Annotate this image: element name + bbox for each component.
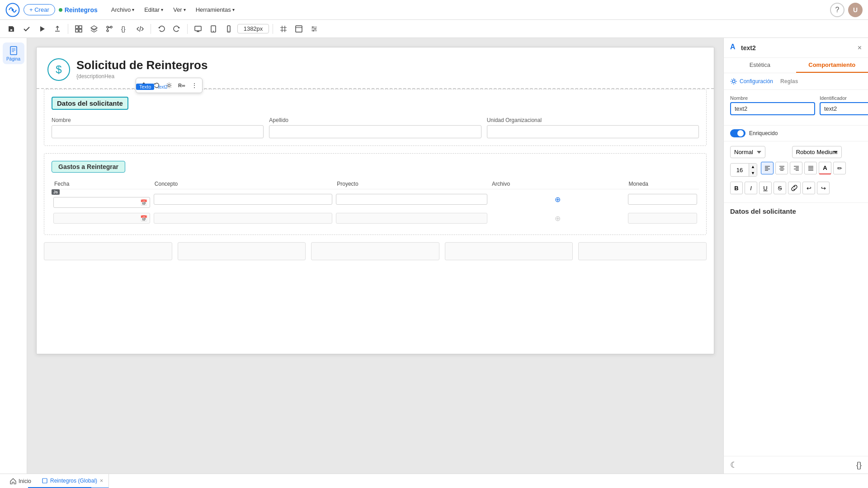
status-dot <box>59 8 62 12</box>
svg-point-17 <box>312 26 314 28</box>
undo-button[interactable] <box>155 22 168 36</box>
help-button[interactable]: ? <box>830 3 844 17</box>
svg-text:A: A <box>730 43 736 51</box>
panel-form: Nombre Identificador <box>724 90 868 126</box>
fecha-2-input[interactable] <box>53 213 150 224</box>
viewport-width: 1382px <box>237 24 269 33</box>
tab-comportamiento[interactable]: Comportamiento <box>796 58 868 73</box>
sliders-button[interactable] <box>307 22 321 36</box>
col-archivo: Archivo <box>489 179 626 189</box>
cell-proyecto-1 <box>334 189 489 210</box>
bottom-empty-row <box>44 242 707 260</box>
proyecto-1-input[interactable] <box>336 194 487 205</box>
font-size-input[interactable]: 16 <box>731 164 749 176</box>
nombre-input[interactable] <box>52 125 264 138</box>
concepto-2-input[interactable] <box>154 213 332 224</box>
js-badge: Js <box>52 189 60 195</box>
desktop-view-button[interactable] <box>191 22 205 36</box>
code-mode-icon[interactable]: {} <box>856 460 862 470</box>
code-button[interactable] <box>133 22 147 36</box>
font-family-container: Roboto Medium Roboto Arial Open Sans <box>792 146 862 158</box>
text-element-datos[interactable]: Datos del solicitante <box>52 97 128 110</box>
subtab-configuracion[interactable]: Configuración <box>730 78 773 85</box>
panel-close-button[interactable]: × <box>858 44 862 52</box>
underline-btn[interactable]: U <box>759 182 772 194</box>
font-size-up[interactable]: ▲ <box>749 164 757 170</box>
svg-rect-5 <box>75 29 78 32</box>
bold-btn[interactable]: B <box>730 182 743 194</box>
menu-herramientas[interactable]: Herramientas <box>191 5 239 15</box>
app-logo[interactable] <box>5 3 20 17</box>
align-left-btn[interactable] <box>761 162 774 174</box>
redo-button[interactable] <box>170 22 184 36</box>
align-right-btn[interactable] <box>790 162 802 174</box>
window-button[interactable] <box>292 22 306 36</box>
calendar-icon-1: 📅 <box>140 199 147 206</box>
col-concepto: Concepto <box>152 179 334 189</box>
fecha-1-input[interactable] <box>53 197 150 208</box>
text-color-btn[interactable]: A <box>819 162 831 174</box>
align-justify-btn[interactable] <box>804 162 817 174</box>
highlight-btn[interactable]: ✏ <box>833 162 846 174</box>
link-btn[interactable] <box>788 182 801 194</box>
enriquecido-toggle[interactable] <box>730 129 745 137</box>
unidad-input[interactable] <box>487 125 699 138</box>
expense-table: Fecha Concepto Proyecto Archivo Moneda J… <box>52 179 699 227</box>
svg-marker-2 <box>40 26 45 32</box>
components-button[interactable] <box>72 22 85 36</box>
tablet-view-button[interactable] <box>207 22 220 36</box>
moneda-2-input[interactable] <box>628 213 697 224</box>
svg-point-18 <box>315 28 316 29</box>
user-avatar[interactable]: U <box>848 3 863 17</box>
menu-editar[interactable]: Editar <box>140 5 168 15</box>
grid-button[interactable] <box>277 22 290 36</box>
text-undo-btn[interactable]: ↩ <box>802 182 815 194</box>
app-name-display: Reintegros <box>59 6 98 14</box>
play-button[interactable] <box>35 22 49 36</box>
strike-btn[interactable]: S <box>774 182 786 194</box>
more-button[interactable]: ⋮ <box>189 80 200 91</box>
layers-button[interactable] <box>87 22 101 36</box>
expense-row-2: 📅 ⊕ <box>52 209 699 227</box>
text-preview-content: Datos del solicitante <box>730 207 796 215</box>
cell-archivo-2: ⊕ <box>489 209 626 227</box>
svg-point-19 <box>313 30 314 31</box>
canvas-area[interactable]: R∞ ⋮ Texto text2 $ Solicitud de Reintegr… <box>27 38 723 474</box>
font-size-down[interactable]: ▼ <box>749 170 757 176</box>
identificador-input[interactable] <box>820 102 868 115</box>
svg-point-9 <box>107 30 108 32</box>
branches-button[interactable] <box>103 22 116 36</box>
moon-icon[interactable]: ☾ <box>730 460 737 470</box>
subtab-reglas[interactable]: Reglas <box>780 78 798 84</box>
create-button[interactable]: + Crear <box>24 4 55 15</box>
font-family-select[interactable]: Roboto Medium Roboto Arial Open Sans <box>792 146 842 158</box>
upload-icon-1[interactable]: ⊕ <box>555 196 561 203</box>
bottom-cell-2 <box>178 242 306 260</box>
font-style-select[interactable]: Normal Heading 1 Heading 2 Heading 3 Cap… <box>730 146 765 158</box>
logic-button[interactable]: {} <box>118 22 132 36</box>
svg-rect-16 <box>296 26 302 32</box>
upload-icon-2[interactable]: ⊕ <box>555 215 561 222</box>
concepto-1-input[interactable] <box>154 194 332 205</box>
menu-archivo[interactable]: Archivo <box>107 5 139 15</box>
responsive-button[interactable]: R∞ <box>176 80 188 91</box>
menu-ver[interactable]: Ver <box>169 5 190 15</box>
align-center-btn[interactable] <box>775 162 788 174</box>
tab-estetica[interactable]: Estética <box>724 58 796 73</box>
proyecto-2-input[interactable] <box>336 213 487 224</box>
cell-fecha-2: 📅 <box>52 209 152 227</box>
check-button[interactable] <box>20 22 33 36</box>
sidebar-item-page[interactable]: Página <box>3 42 24 64</box>
nombre-panel-input[interactable] <box>730 102 815 115</box>
moneda-1-input[interactable] <box>628 194 697 205</box>
cell-moneda-2 <box>626 209 699 227</box>
apellido-input[interactable] <box>269 125 481 138</box>
save-button[interactable] <box>5 22 18 36</box>
publish-button[interactable] <box>51 22 64 36</box>
font-controls: Normal Heading 1 Heading 2 Heading 3 Cap… <box>724 141 868 203</box>
mobile-view-button[interactable] <box>222 22 236 36</box>
italic-btn[interactable]: I <box>745 182 757 194</box>
cell-concepto-1 <box>152 189 334 210</box>
panel-title: text2 <box>741 44 756 52</box>
text-redo-btn[interactable]: ↪ <box>817 182 830 194</box>
